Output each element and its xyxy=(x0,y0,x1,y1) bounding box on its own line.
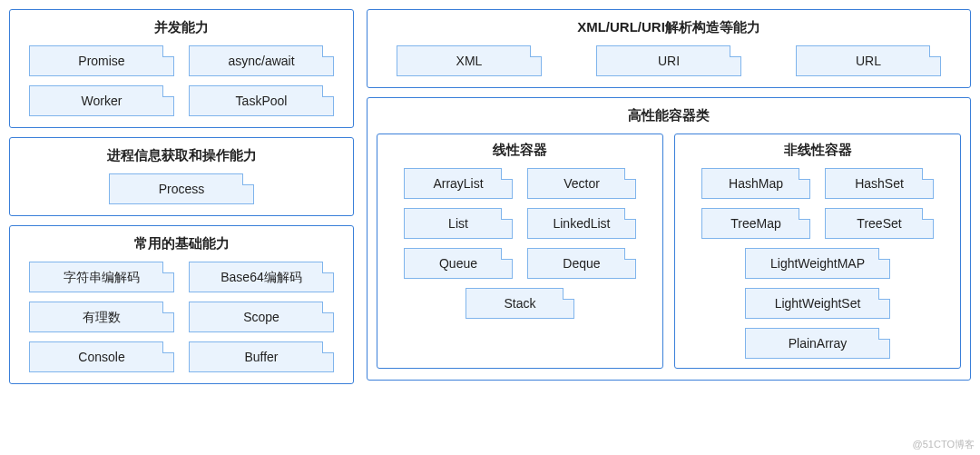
capability-item: Vector xyxy=(527,168,636,199)
capability-item: Scope xyxy=(189,302,334,332)
capability-item: URL xyxy=(796,45,941,76)
group-title: 高性能容器类 xyxy=(377,107,961,124)
capability-item: XML xyxy=(397,45,542,76)
capability-item: 字符串编解码 xyxy=(29,262,174,292)
group-containers: 高性能容器类 线性容器 ArrayList Vector List Linked… xyxy=(367,97,971,381)
left-column: 并发能力 Promise async/await Worker TaskPool… xyxy=(9,9,354,384)
group-title: 常用的基础能力 xyxy=(19,235,344,252)
item-list: XML URI URL xyxy=(377,45,961,76)
capability-item: Deque xyxy=(527,248,636,279)
capability-item: Base64编解码 xyxy=(189,262,334,292)
capability-item: LightWeightSet xyxy=(745,288,890,319)
capability-item: Stack xyxy=(466,288,574,319)
capability-item: LinkedList xyxy=(527,208,636,239)
group-concurrency: 并发能力 Promise async/await Worker TaskPool xyxy=(9,9,354,128)
capability-item: Process xyxy=(109,173,254,204)
right-column: XML/URL/URI解析构造等能力 XML URI URL 高性能容器类 线性… xyxy=(367,9,971,384)
item-list: Promise async/await Worker TaskPool xyxy=(19,45,344,116)
group-title: XML/URL/URI解析构造等能力 xyxy=(377,19,961,36)
capability-item: PlainArray xyxy=(745,328,890,359)
item-list: HashMap HashSet TreeMap TreeSet LightWei… xyxy=(682,168,953,359)
capability-item: TreeMap xyxy=(701,208,810,239)
capability-item: LightWeightMAP xyxy=(745,248,890,279)
capability-item: Promise xyxy=(29,45,174,76)
capability-item: HashSet xyxy=(825,168,934,199)
capability-item: Worker xyxy=(29,85,174,116)
capability-item: URI xyxy=(596,45,741,76)
group-title: 并发能力 xyxy=(19,19,344,36)
capability-item: List xyxy=(404,208,513,239)
capability-item: Queue xyxy=(404,248,513,279)
subgroup-row: 线性容器 ArrayList Vector List LinkedList Qu… xyxy=(377,134,961,369)
item-list: 字符串编解码 Base64编解码 有理数 Scope Console Buffe… xyxy=(19,262,344,372)
group-title: 非线性容器 xyxy=(682,142,953,159)
group-basics: 常用的基础能力 字符串编解码 Base64编解码 有理数 Scope Conso… xyxy=(9,225,354,384)
group-title: 线性容器 xyxy=(385,142,655,159)
item-list: ArrayList Vector List LinkedList Queue D… xyxy=(385,168,655,319)
capability-item: TaskPool xyxy=(189,85,334,116)
subgroup-nonlinear: 非线性容器 HashMap HashSet TreeMap TreeSet Li… xyxy=(674,134,961,369)
diagram-root: 并发能力 Promise async/await Worker TaskPool… xyxy=(9,9,971,384)
group-title: 进程信息获取和操作能力 xyxy=(19,147,344,164)
capability-item: ArrayList xyxy=(404,168,513,199)
capability-item: Console xyxy=(29,341,174,372)
capability-item: 有理数 xyxy=(29,302,174,332)
subgroup-linear: 线性容器 ArrayList Vector List LinkedList Qu… xyxy=(377,134,663,369)
capability-item: async/await xyxy=(189,45,334,76)
group-xml: XML/URL/URI解析构造等能力 XML URI URL xyxy=(367,9,971,88)
capability-item: Buffer xyxy=(189,341,334,372)
capability-item: HashMap xyxy=(701,168,810,199)
capability-item: TreeSet xyxy=(825,208,934,239)
item-list: Process xyxy=(19,173,344,204)
group-process: 进程信息获取和操作能力 Process xyxy=(9,137,354,216)
